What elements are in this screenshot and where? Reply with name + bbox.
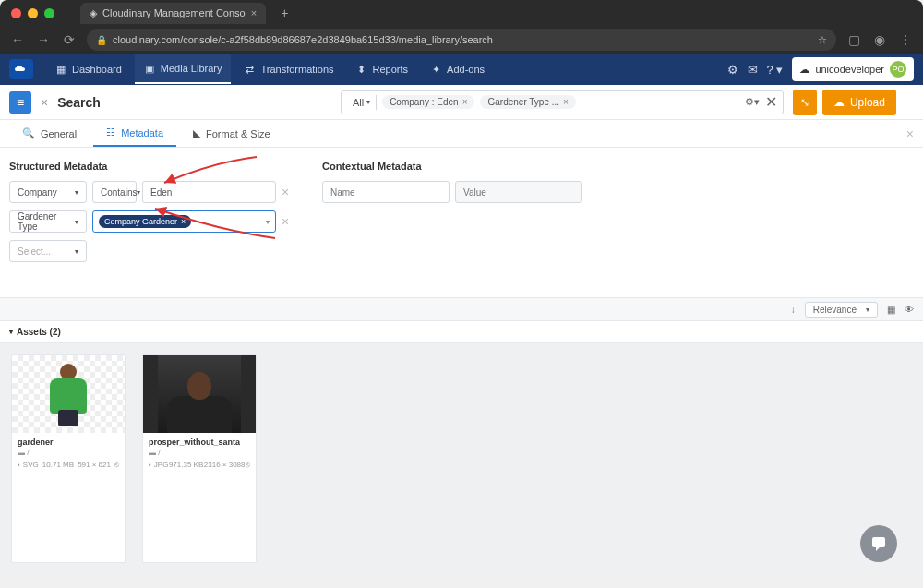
settings-icon[interactable]: ⚙ (727, 63, 738, 77)
context-value-input[interactable] (455, 181, 582, 203)
format-icon: ◣ (193, 127, 200, 139)
menu-toggle[interactable]: ≡ (9, 91, 31, 114)
cloud-icon: ☁ (799, 64, 809, 76)
nav-reload-icon[interactable]: ⟳ (61, 32, 78, 47)
preview-toggle-icon[interactable]: 👁 (905, 305, 914, 315)
link-icon[interactable]: ⎋ (246, 461, 250, 469)
filter-chip[interactable]: Company : Eden× (382, 95, 474, 109)
nav-back-icon[interactable]: ← (9, 32, 26, 47)
scope-selector[interactable]: All▾ (347, 95, 377, 110)
structured-title: Structured Metadata (9, 161, 294, 172)
metadata-icon: ☷ (106, 126, 115, 138)
dashboard-icon: ▦ (55, 64, 66, 75)
chip-remove-icon[interactable]: × (563, 97, 569, 107)
upload-options-button[interactable]: ⤡ (793, 90, 817, 115)
nav-forward-icon[interactable]: → (35, 32, 52, 47)
asset-dims: 2316 × 3088 (204, 461, 246, 469)
profile-avatar-icon[interactable]: ◉ (871, 32, 888, 47)
tab-close-icon[interactable]: × (251, 7, 257, 18)
filter-row: Company▾ Contains▾ × (9, 181, 294, 203)
header-right: ⚙ ✉ ? ▾ ☁ unicodeveloper PO (727, 57, 914, 81)
url-bar: ← → ⟳ 🔒 cloudinary.com/console/c-a2f58db… (0, 26, 923, 54)
search-input[interactable]: All▾ Company : Eden× Gardener Type ...× … (341, 90, 784, 114)
nav-transformations[interactable]: ⇄Transformations (234, 54, 342, 84)
nav-reports[interactable]: ⬍Reports (347, 54, 418, 84)
tab-general[interactable]: 🔍General (9, 121, 90, 146)
close-panel-icon[interactable]: × (906, 126, 914, 141)
results-toolbar: ↓ Relevance▾ ▦ 👁 (0, 297, 923, 321)
upload-group: ⤡ ☁Upload (793, 90, 896, 115)
search-settings-icon[interactable]: ⚙▾ (745, 96, 760, 108)
assets-count: Assets (2) (17, 327, 61, 337)
window-maximize[interactable] (44, 8, 54, 18)
asset-size: 10.71 MB (42, 461, 74, 469)
address-bar[interactable]: 🔒 cloudinary.com/console/c-a2f58db89d866… (87, 29, 836, 51)
browser-tab[interactable]: ◈ Cloudinary Management Conso × (80, 3, 266, 24)
asset-card[interactable]: prosper_without_santa ▬ / ▪JPG 971.35 KB… (142, 354, 257, 563)
grid-view-icon[interactable]: ▦ (887, 305, 895, 315)
cloud-upload-icon: ☁ (833, 96, 845, 109)
sort-direction-icon[interactable]: ↓ (791, 305, 796, 315)
title-bar: ◈ Cloudinary Management Conso × + (0, 0, 923, 26)
window-close[interactable] (11, 8, 21, 18)
main-nav: ▦Dashboard ▣Media Library ⇄Transformatio… (46, 54, 494, 84)
assets-header[interactable]: ▾ Assets (2) (0, 321, 923, 343)
nav-media-library[interactable]: ▣Media Library (135, 54, 232, 84)
intercom-launcher[interactable] (860, 525, 897, 562)
remove-row-icon[interactable]: × (282, 185, 294, 199)
extension-icon[interactable]: ▢ (845, 32, 862, 47)
help-icon[interactable]: ? ▾ (767, 63, 784, 77)
folder-icon: ▬ (18, 449, 25, 457)
value-input[interactable] (142, 181, 276, 203)
selected-tag[interactable]: Company Gardener× (99, 215, 191, 228)
search-tabs: 🔍General ☷Metadata ◣Format & Size × (0, 120, 923, 148)
add-field-dropdown[interactable]: Select...▾ (9, 240, 87, 262)
asset-dims: 591 × 621 (78, 461, 111, 469)
window-minimize[interactable] (28, 8, 38, 18)
chip-remove-icon[interactable]: × (462, 97, 468, 107)
contextual-metadata-col: Contextual Metadata (322, 161, 599, 270)
upload-button[interactable]: ☁Upload (822, 90, 896, 115)
asset-thumbnail (12, 355, 125, 433)
tab-format-size[interactable]: ◣Format & Size (180, 121, 283, 146)
asset-format: JPG (154, 461, 169, 469)
remove-row-icon[interactable]: × (282, 214, 294, 229)
tag-remove-icon[interactable]: × (181, 217, 186, 226)
tab-title: Cloudinary Management Conso (102, 7, 246, 18)
asset-name: prosper_without_santa (149, 438, 250, 447)
addons-icon: ✦ (430, 64, 441, 75)
field-dropdown[interactable]: Company▾ (9, 181, 87, 203)
sort-dropdown[interactable]: Relevance▾ (805, 302, 878, 318)
search-icon: 🔍 (22, 127, 35, 139)
tag-value-input[interactable]: Company Gardener× ▾ (92, 210, 276, 233)
filters-panel: Structured Metadata Company▾ Contains▾ ×… (0, 148, 923, 297)
asset-meta: prosper_without_santa ▬ / ▪JPG 971.35 KB… (143, 433, 256, 474)
field-dropdown[interactable]: Gardener Type▾ (9, 210, 87, 233)
structured-metadata-col: Structured Metadata Company▾ Contains▾ ×… (9, 161, 294, 270)
filter-chip[interactable]: Gardener Type ...× (480, 95, 575, 109)
user-menu[interactable]: ☁ unicodeveloper PO (792, 57, 914, 81)
new-tab-button[interactable]: + (281, 6, 288, 20)
inbox-icon[interactable]: ✉ (748, 63, 758, 77)
asset-thumbnail (143, 355, 256, 433)
nav-addons[interactable]: ✦Add-ons (421, 54, 494, 84)
person-illustration (46, 362, 90, 426)
browser-chrome: ◈ Cloudinary Management Conso × + ← → ⟳ … (0, 0, 923, 54)
chevron-down-icon: ▾ (137, 188, 140, 197)
clear-search-icon[interactable]: ✕ (765, 93, 777, 111)
traffic-lights (11, 8, 54, 18)
context-name-input[interactable] (322, 181, 450, 203)
chevron-down-icon: ▾ (75, 247, 78, 256)
add-filter-row: Select...▾ (9, 240, 294, 262)
star-icon[interactable]: ☆ (818, 34, 827, 46)
url-text: cloudinary.com/console/c-a2f58db89d86687… (113, 34, 493, 45)
cloudinary-logo[interactable] (9, 59, 33, 79)
browser-menu-icon[interactable]: ⋮ (897, 32, 914, 47)
tab-metadata[interactable]: ☷Metadata (93, 120, 176, 147)
close-search-icon[interactable]: × (41, 95, 48, 110)
transform-icon: ⇄ (244, 64, 255, 75)
link-icon[interactable]: ⎋ (114, 461, 119, 469)
operator-dropdown[interactable]: Contains▾ (92, 181, 137, 203)
nav-dashboard[interactable]: ▦Dashboard (46, 54, 131, 84)
asset-card[interactable]: gardener ▬ / ▪SVG 10.71 MB 591 × 621 ⎋ (11, 354, 126, 563)
